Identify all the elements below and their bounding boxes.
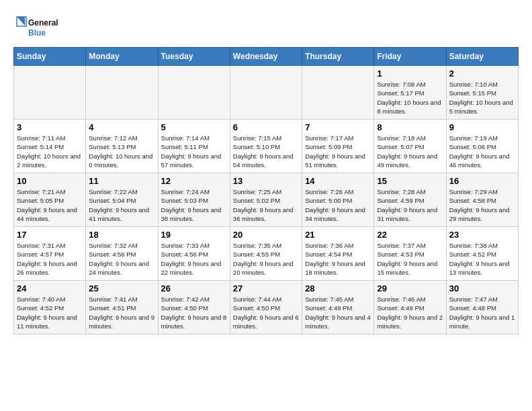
day-info: Sunrise: 7:14 AM Sunset: 5:11 PM Dayligh… <box>161 134 227 169</box>
day-info: Sunrise: 7:38 AM Sunset: 4:52 PM Dayligh… <box>449 241 515 277</box>
day-number: 4 <box>89 122 154 132</box>
day-info: Sunrise: 7:29 AM Sunset: 4:58 PM Dayligh… <box>449 187 515 223</box>
day-number: 8 <box>377 122 443 132</box>
day-info: Sunrise: 7:19 AM Sunset: 5:06 PM Dayligh… <box>449 134 515 169</box>
day-info: Sunrise: 7:44 AM Sunset: 4:50 PM Dayligh… <box>233 295 299 330</box>
calendar-cell <box>14 66 86 120</box>
day-info: Sunrise: 7:24 AM Sunset: 5:03 PM Dayligh… <box>161 187 227 223</box>
calendar-cell: 6Sunrise: 7:15 AM Sunset: 5:10 PM Daylig… <box>230 120 302 173</box>
day-number: 9 <box>449 122 515 132</box>
calendar-week-row: 17Sunrise: 7:31 AM Sunset: 4:57 PM Dayli… <box>14 227 519 281</box>
day-number: 17 <box>17 230 83 240</box>
day-info: Sunrise: 7:08 AM Sunset: 5:17 PM Dayligh… <box>377 80 443 116</box>
calendar-cell: 18Sunrise: 7:32 AM Sunset: 4:56 PM Dayli… <box>86 227 158 281</box>
day-number: 10 <box>17 176 83 186</box>
day-info: Sunrise: 7:25 AM Sunset: 5:02 PM Dayligh… <box>233 187 299 223</box>
calendar-cell: 4Sunrise: 7:12 AM Sunset: 5:13 PM Daylig… <box>86 120 158 173</box>
day-info: Sunrise: 7:36 AM Sunset: 4:54 PM Dayligh… <box>305 241 371 277</box>
day-info: Sunrise: 7:15 AM Sunset: 5:10 PM Dayligh… <box>233 134 299 169</box>
day-info: Sunrise: 7:28 AM Sunset: 4:59 PM Dayligh… <box>377 187 443 223</box>
calendar-cell: 30Sunrise: 7:47 AM Sunset: 4:48 PM Dayli… <box>446 281 518 334</box>
day-info: Sunrise: 7:32 AM Sunset: 4:56 PM Dayligh… <box>89 241 154 277</box>
calendar-cell: 19Sunrise: 7:33 AM Sunset: 4:56 PM Dayli… <box>158 227 230 281</box>
day-info: Sunrise: 7:21 AM Sunset: 5:05 PM Dayligh… <box>17 187 83 223</box>
calendar-week-row: 3Sunrise: 7:11 AM Sunset: 5:14 PM Daylig… <box>14 120 519 173</box>
day-info: Sunrise: 7:41 AM Sunset: 4:51 PM Dayligh… <box>89 295 154 330</box>
calendar-header-row: SundayMondayTuesdayWednesdayThursdayFrid… <box>14 48 519 66</box>
calendar-cell: 26Sunrise: 7:42 AM Sunset: 4:50 PM Dayli… <box>158 281 230 334</box>
calendar-cell: 3Sunrise: 7:11 AM Sunset: 5:14 PM Daylig… <box>14 120 86 173</box>
calendar-cell: 7Sunrise: 7:17 AM Sunset: 5:09 PM Daylig… <box>302 120 374 173</box>
day-info: Sunrise: 7:37 AM Sunset: 4:53 PM Dayligh… <box>377 241 443 277</box>
day-number: 24 <box>17 283 83 293</box>
day-number: 30 <box>449 283 515 293</box>
calendar-cell: 15Sunrise: 7:28 AM Sunset: 4:59 PM Dayli… <box>374 173 446 227</box>
header: General Blue <box>13 13 519 40</box>
calendar-cell: 8Sunrise: 7:18 AM Sunset: 5:07 PM Daylig… <box>374 120 446 173</box>
svg-text:General: General <box>28 18 58 28</box>
day-info: Sunrise: 7:31 AM Sunset: 4:57 PM Dayligh… <box>17 241 83 277</box>
day-info: Sunrise: 7:42 AM Sunset: 4:50 PM Dayligh… <box>161 295 227 330</box>
calendar-cell: 12Sunrise: 7:24 AM Sunset: 5:03 PM Dayli… <box>158 173 230 227</box>
calendar-cell: 9Sunrise: 7:19 AM Sunset: 5:06 PM Daylig… <box>446 120 518 173</box>
calendar-cell: 23Sunrise: 7:38 AM Sunset: 4:52 PM Dayli… <box>446 227 518 281</box>
svg-text:Blue: Blue <box>28 28 46 38</box>
calendar-cell: 17Sunrise: 7:31 AM Sunset: 4:57 PM Dayli… <box>14 227 86 281</box>
day-number: 12 <box>161 176 227 186</box>
logo-svg: General Blue <box>13 13 67 40</box>
calendar-cell <box>86 66 158 120</box>
day-info: Sunrise: 7:46 AM Sunset: 4:49 PM Dayligh… <box>377 295 443 330</box>
calendar-cell <box>230 66 302 120</box>
calendar-cell: 24Sunrise: 7:40 AM Sunset: 4:52 PM Dayli… <box>14 281 86 334</box>
day-of-week-header: Monday <box>86 48 158 66</box>
calendar-cell: 2Sunrise: 7:10 AM Sunset: 5:15 PM Daylig… <box>446 66 518 120</box>
calendar-cell: 10Sunrise: 7:21 AM Sunset: 5:05 PM Dayli… <box>14 173 86 227</box>
day-number: 14 <box>305 176 371 186</box>
calendar-cell: 21Sunrise: 7:36 AM Sunset: 4:54 PM Dayli… <box>302 227 374 281</box>
day-info: Sunrise: 7:47 AM Sunset: 4:48 PM Dayligh… <box>449 295 515 330</box>
calendar-cell: 28Sunrise: 7:45 AM Sunset: 4:49 PM Dayli… <box>302 281 374 334</box>
day-of-week-header: Wednesday <box>230 48 302 66</box>
calendar-cell: 25Sunrise: 7:41 AM Sunset: 4:51 PM Dayli… <box>86 281 158 334</box>
calendar-cell <box>158 66 230 120</box>
calendar-cell: 29Sunrise: 7:46 AM Sunset: 4:49 PM Dayli… <box>374 281 446 334</box>
day-number: 29 <box>377 283 443 293</box>
calendar-cell: 22Sunrise: 7:37 AM Sunset: 4:53 PM Dayli… <box>374 227 446 281</box>
day-number: 21 <box>305 230 371 240</box>
day-number: 11 <box>89 176 154 186</box>
calendar-cell: 14Sunrise: 7:26 AM Sunset: 5:00 PM Dayli… <box>302 173 374 227</box>
day-info: Sunrise: 7:12 AM Sunset: 5:13 PM Dayligh… <box>89 134 154 169</box>
day-info: Sunrise: 7:40 AM Sunset: 4:52 PM Dayligh… <box>17 295 83 330</box>
calendar-cell: 11Sunrise: 7:22 AM Sunset: 5:04 PM Dayli… <box>86 173 158 227</box>
day-info: Sunrise: 7:18 AM Sunset: 5:07 PM Dayligh… <box>377 134 443 169</box>
day-number: 27 <box>233 283 299 293</box>
day-info: Sunrise: 7:35 AM Sunset: 4:55 PM Dayligh… <box>233 241 299 277</box>
calendar-cell: 16Sunrise: 7:29 AM Sunset: 4:58 PM Dayli… <box>446 173 518 227</box>
calendar-week-row: 10Sunrise: 7:21 AM Sunset: 5:05 PM Dayli… <box>14 173 519 227</box>
calendar-cell: 13Sunrise: 7:25 AM Sunset: 5:02 PM Dayli… <box>230 173 302 227</box>
day-of-week-header: Saturday <box>446 48 518 66</box>
calendar-cell: 1Sunrise: 7:08 AM Sunset: 5:17 PM Daylig… <box>374 66 446 120</box>
calendar-cell: 27Sunrise: 7:44 AM Sunset: 4:50 PM Dayli… <box>230 281 302 334</box>
day-info: Sunrise: 7:11 AM Sunset: 5:14 PM Dayligh… <box>17 134 83 169</box>
calendar-table: SundayMondayTuesdayWednesdayThursdayFrid… <box>13 47 519 334</box>
svg-marker-3 <box>17 17 25 26</box>
logo: General Blue <box>13 13 67 40</box>
day-number: 20 <box>233 230 299 240</box>
day-info: Sunrise: 7:26 AM Sunset: 5:00 PM Dayligh… <box>305 187 371 223</box>
day-info: Sunrise: 7:45 AM Sunset: 4:49 PM Dayligh… <box>305 295 371 330</box>
calendar-cell: 20Sunrise: 7:35 AM Sunset: 4:55 PM Dayli… <box>230 227 302 281</box>
day-number: 1 <box>377 68 443 79</box>
calendar-cell: 5Sunrise: 7:14 AM Sunset: 5:11 PM Daylig… <box>158 120 230 173</box>
day-number: 15 <box>377 176 443 186</box>
day-number: 2 <box>449 68 515 79</box>
day-number: 5 <box>161 122 227 132</box>
day-number: 22 <box>377 230 443 240</box>
day-number: 7 <box>305 122 371 132</box>
calendar-week-row: 1Sunrise: 7:08 AM Sunset: 5:17 PM Daylig… <box>14 66 519 120</box>
day-info: Sunrise: 7:33 AM Sunset: 4:56 PM Dayligh… <box>161 241 227 277</box>
day-of-week-header: Thursday <box>302 48 374 66</box>
day-number: 19 <box>161 230 227 240</box>
day-number: 25 <box>89 283 154 293</box>
day-number: 6 <box>233 122 299 132</box>
